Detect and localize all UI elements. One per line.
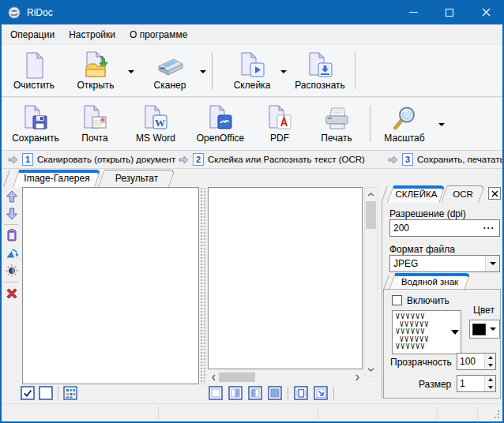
print-button[interactable]: Печать — [310, 103, 363, 144]
resolution-field: ··· — [389, 219, 500, 237]
menu-operations[interactable]: Операции — [3, 24, 62, 44]
status-separator — [318, 406, 318, 419]
openoffice-button[interactable]: OpenOffice — [190, 103, 251, 144]
menu-settings[interactable]: Настройки — [62, 24, 122, 44]
merge-button[interactable]: Склейка — [226, 50, 278, 91]
merge-dropdown-icon[interactable] — [280, 70, 287, 73]
color-swatch — [472, 324, 486, 335]
zoom-dropdown-icon[interactable] — [438, 123, 445, 126]
scanner-button[interactable]: Сканер — [142, 50, 197, 91]
layout-empty-icon — [209, 386, 224, 401]
format-label: Формат файла — [389, 244, 455, 255]
merge-layout-full-button[interactable] — [268, 386, 283, 401]
tab-ocr-settings[interactable]: OCR — [444, 185, 482, 203]
menubar: Операции Настройки О программе — [2, 24, 502, 44]
toolbar-separator — [212, 52, 213, 89]
brightness-button[interactable] — [4, 263, 20, 279]
preview-panel[interactable] — [208, 187, 363, 369]
menu-about[interactable]: О программе — [122, 24, 194, 44]
opacity-input[interactable] — [457, 354, 484, 369]
clear-button[interactable]: Очистить — [6, 50, 62, 91]
vertical-scroll-thumb[interactable] — [366, 201, 376, 229]
size-input[interactable] — [457, 376, 484, 391]
zoom-button[interactable]: Масштаб — [378, 103, 431, 144]
close-button[interactable] — [468, 0, 504, 24]
fit-zoom-button[interactable] — [314, 386, 329, 401]
format-select[interactable]: JPEG — [389, 255, 500, 272]
blank-page-icon — [22, 50, 46, 79]
size-spin-buttons — [484, 376, 495, 391]
horizontal-scrollbar[interactable] — [208, 372, 363, 383]
mini-toolbar-separator — [333, 387, 334, 400]
merge-layout-none-button[interactable] — [209, 386, 224, 401]
horizontal-scroll-thumb[interactable] — [219, 372, 255, 382]
open-button[interactable]: Открыть — [68, 50, 123, 91]
mail-button[interactable]: Почта — [71, 103, 118, 144]
pdf-button[interactable]: PDF — [256, 103, 303, 144]
delete-button[interactable] — [4, 286, 20, 301]
merge-layout-right-button[interactable] — [228, 386, 243, 401]
tab-image-gallery[interactable]: Image-Галерея — [16, 170, 98, 187]
tab-merge-settings[interactable]: СКЛЕЙКА — [390, 185, 442, 203]
scroll-up-button[interactable] — [365, 188, 377, 200]
open-dropdown-icon[interactable] — [128, 70, 134, 73]
minimize-button[interactable] — [395, 0, 431, 24]
watermark-enable-label: Включить — [407, 295, 449, 306]
status-bar — [2, 403, 502, 421]
step-2: 2 Склейка или Распознать текст (OCR) — [179, 151, 365, 168]
fit-page-button[interactable] — [294, 386, 309, 401]
chevron-down-icon — [367, 368, 374, 372]
chevron-down-icon — [451, 330, 459, 335]
merge-layout-left-button[interactable] — [248, 386, 263, 401]
move-down-button[interactable] — [4, 206, 20, 222]
select-all-button[interactable] — [21, 386, 36, 401]
spin-down-button[interactable] — [485, 361, 495, 369]
resize-grip-icon[interactable] — [491, 410, 500, 419]
vertical-scrollbar[interactable] — [364, 187, 378, 376]
spin-up-button[interactable] — [485, 376, 495, 384]
move-up-button[interactable] — [4, 189, 20, 204]
watermark-pattern-combo[interactable]: VVVVVV VVVVVV VVVVVV VVVVVV VVVVVV — [392, 310, 461, 354]
format-value: JPEG — [390, 258, 485, 269]
resolution-input[interactable] — [390, 223, 479, 234]
fit-page-icon — [294, 386, 309, 401]
spin-down-button[interactable] — [485, 384, 495, 391]
chevron-down-icon — [490, 328, 496, 331]
panel-close-button[interactable] — [488, 187, 501, 200]
tab-result[interactable]: Результат — [101, 170, 172, 187]
status-separator — [158, 406, 159, 419]
app-icon — [8, 6, 21, 19]
resolution-browse-button[interactable]: ··· — [479, 223, 499, 234]
layout-full-icon — [268, 386, 283, 401]
tab-watermark[interactable]: Водяной знак — [392, 273, 468, 290]
scanner-dropdown-icon[interactable] — [200, 70, 206, 73]
ridoc-window: RiDoc Операции Настройки О программе Очи… — [0, 0, 504, 423]
thumbnail-view-button[interactable] — [63, 386, 78, 401]
watermark-enable-checkbox[interactable] — [392, 295, 402, 305]
sidebar-separator — [4, 224, 18, 225]
spin-up-button[interactable] — [485, 354, 495, 361]
scroll-left-button[interactable] — [208, 372, 219, 383]
pattern-dropdown-button[interactable] — [449, 311, 461, 354]
printer-icon — [322, 103, 351, 132]
format-dropdown-button[interactable] — [485, 256, 499, 271]
rotate-button[interactable] — [4, 245, 20, 261]
panel-splitter[interactable] — [200, 187, 206, 384]
save-button[interactable]: Сохранить — [6, 103, 65, 144]
size-spinner — [457, 375, 496, 392]
msword-button[interactable]: W MS Word — [125, 103, 186, 144]
color-dropdown-button[interactable] — [486, 328, 499, 331]
color-combo[interactable] — [469, 320, 500, 339]
scroll-down-button[interactable] — [365, 363, 377, 376]
paste-button[interactable] — [4, 227, 20, 243]
maximize-button[interactable] — [431, 0, 468, 24]
image-gallery-panel[interactable] — [22, 187, 199, 384]
step-1: 1 Сканировать (открыть) документ — [8, 151, 175, 168]
deselect-all-button[interactable] — [39, 386, 54, 401]
settings-panel-edge — [382, 202, 382, 399]
brightness-icon — [5, 264, 19, 278]
delete-x-icon — [5, 286, 19, 301]
merge-page-icon — [239, 50, 265, 79]
scroll-right-button[interactable] — [352, 372, 363, 383]
recognize-button[interactable]: Распознать — [289, 50, 351, 91]
